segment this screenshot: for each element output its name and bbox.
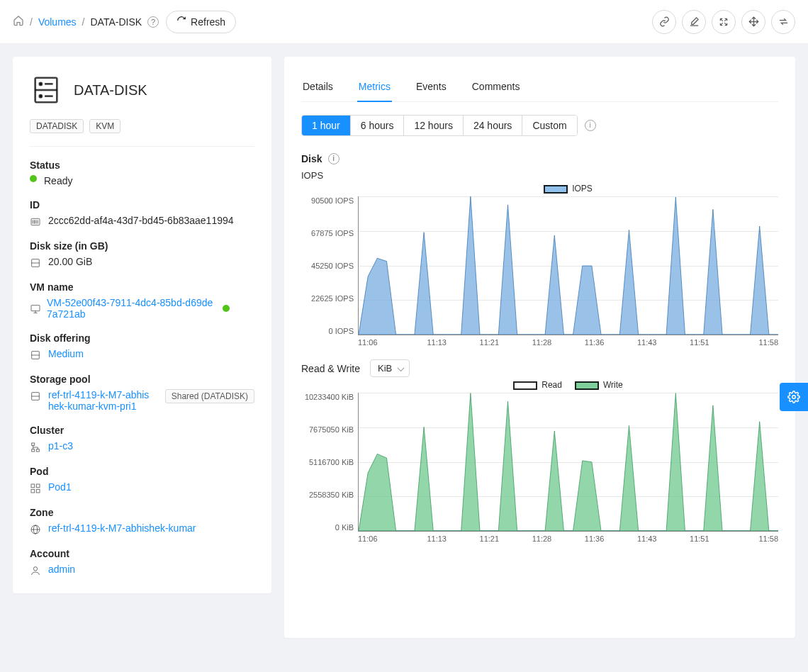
svg-rect-24 [31, 484, 35, 488]
detail-tabs: Details Metrics Events Comments [301, 74, 778, 102]
range-24h[interactable]: 24 hours [464, 116, 522, 135]
range-12h[interactable]: 12 hours [404, 116, 463, 135]
svg-point-3 [40, 95, 42, 97]
breadcrumb-volumes[interactable]: Volumes [38, 16, 77, 28]
monitor-icon [30, 303, 41, 315]
zone-label: Zone [30, 507, 254, 518]
metrics-panel: Details Metrics Events Comments 1 hour 6… [284, 57, 795, 638]
account-label: Account [30, 548, 254, 559]
pool-link[interactable]: ref-trl-4119-k-M7-abhishek-kumar-kvm-pri… [48, 389, 152, 412]
volume-title: DATA-DISK [74, 82, 147, 99]
svg-point-31 [33, 567, 37, 571]
svg-rect-21 [32, 443, 35, 445]
edit-icon[interactable] [682, 10, 706, 34]
pool-badge: Shared (DATADISK) [165, 389, 254, 403]
expand-icon[interactable] [712, 10, 736, 34]
volume-summary-panel: DATA-DISK DATADISK KVM Status Ready ID 2… [13, 57, 271, 593]
settings-drawer-toggle[interactable] [780, 383, 808, 411]
id-label: ID [30, 199, 254, 211]
volume-icon [30, 74, 62, 106]
iops-y-axis: 90500 IOPS67875 IOPS45250 IOPS22625 IOPS… [301, 196, 358, 335]
cluster-icon [30, 442, 41, 453]
info-icon[interactable]: i [585, 120, 596, 131]
refresh-label: Refresh [191, 16, 225, 28]
disk-icon [30, 257, 41, 269]
pod-icon [30, 483, 41, 494]
tab-events[interactable]: Events [415, 74, 448, 101]
vm-label: VM name [30, 281, 254, 293]
svg-rect-14 [31, 306, 40, 311]
size-label: Disk size (in GB) [30, 240, 254, 252]
rw-chart [358, 393, 778, 532]
cluster-link[interactable]: p1-c3 [48, 440, 73, 452]
disk-section-title: Disk [301, 153, 322, 164]
barcode-icon [30, 216, 41, 228]
pod-link[interactable]: Pod1 [48, 481, 72, 493]
rw-x-axis: 11:0611:1311:2111:2811:3611:4311:5111:58 [358, 534, 778, 543]
refresh-button[interactable]: Refresh [166, 11, 236, 33]
svg-rect-26 [31, 489, 35, 493]
svg-rect-23 [36, 449, 39, 452]
globe-icon [30, 524, 41, 535]
help-icon[interactable]: ? [147, 16, 159, 28]
svg-point-32 [792, 396, 796, 399]
pool-label: Storage pool [30, 374, 254, 385]
status-value: Ready [44, 175, 72, 186]
link-icon[interactable] [652, 10, 676, 34]
svg-rect-22 [32, 449, 35, 452]
legend-write: Write [575, 380, 623, 390]
offering-label: Disk offering [30, 332, 254, 344]
zone-link[interactable]: ref-trl-4119-k-M7-abhishek-kumar [48, 522, 196, 534]
iops-title: IOPS [301, 170, 778, 181]
unit-select[interactable]: KiB [370, 359, 410, 377]
cluster-label: Cluster [30, 425, 254, 436]
tab-comments[interactable]: Comments [471, 74, 522, 101]
vm-link[interactable]: VM-52e00f43-7911-4dc4-85bd-d69de7a721ab [47, 297, 217, 320]
storage-icon [30, 391, 41, 402]
account-link[interactable]: admin [48, 564, 75, 575]
tab-metrics[interactable]: Metrics [357, 74, 392, 102]
legend-iops: IOPS [544, 184, 593, 194]
tag-hypervisor: KVM [89, 119, 120, 133]
user-icon [30, 565, 41, 576]
size-value: 20.00 GiB [48, 256, 92, 267]
svg-point-2 [40, 83, 42, 85]
vm-status-dot-icon [223, 305, 230, 312]
iops-x-axis: 11:0611:1311:2111:2811:3611:4311:5111:58 [358, 338, 778, 347]
breadcrumb: / Volumes / DATA-DISK ? [13, 15, 159, 28]
iops-chart [358, 196, 778, 335]
breadcrumb-current: DATA-DISK [90, 16, 142, 28]
gear-icon [787, 391, 800, 403]
rw-y-axis: 10233400 KiB7675050 KiB5116700 KiB255835… [301, 393, 358, 532]
status-dot-icon [30, 175, 37, 182]
tab-details[interactable]: Details [301, 74, 335, 101]
svg-rect-25 [36, 484, 40, 488]
tag-datadisk: DATADISK [30, 119, 84, 133]
range-6h[interactable]: 6 hours [351, 116, 405, 135]
range-custom[interactable]: Custom [522, 116, 576, 135]
svg-rect-27 [36, 489, 40, 493]
move-icon[interactable] [741, 10, 765, 34]
status-label: Status [30, 159, 254, 171]
offering-link[interactable]: Medium [48, 348, 84, 359]
legend-read: Read [513, 380, 562, 390]
rw-title: Read & Write [301, 363, 360, 374]
refresh-icon [176, 16, 186, 28]
pod-label: Pod [30, 466, 254, 477]
range-1h[interactable]: 1 hour [302, 116, 351, 135]
disk-info-icon[interactable]: i [328, 153, 340, 164]
home-icon[interactable] [13, 15, 24, 28]
disk-offering-icon [30, 349, 41, 361]
id-value: 2ccc62dd-af4a-43d7-bd45-6b83aae11994 [48, 215, 234, 226]
time-range-segment: 1 hour 6 hours 12 hours 24 hours Custom [301, 115, 578, 136]
swap-icon[interactable] [771, 10, 795, 34]
